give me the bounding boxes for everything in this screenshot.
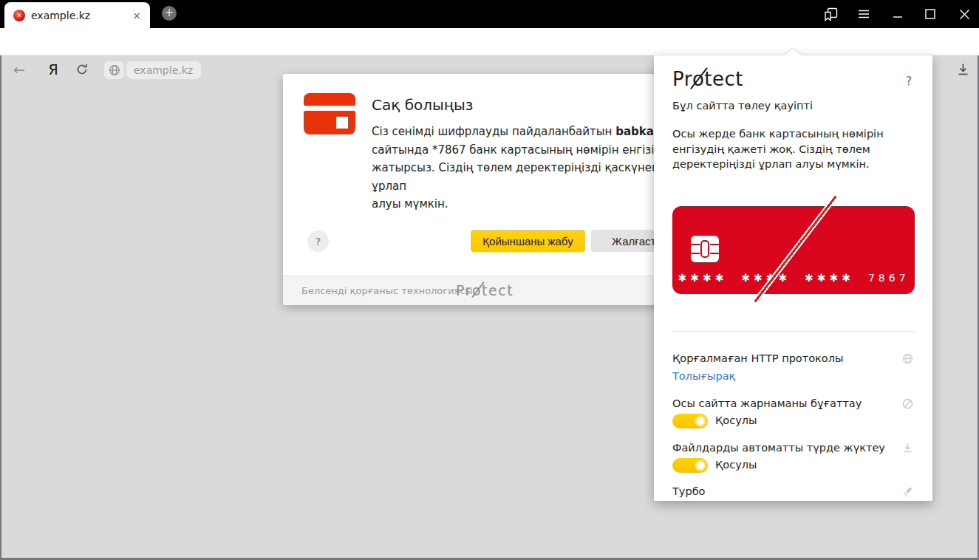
payment-warning-dialog: Сақ болыңыз Сіз сенімді шифрлауды пайдал… bbox=[283, 74, 709, 305]
block-ads-icon bbox=[902, 398, 913, 412]
turbo-label: Турбо bbox=[672, 485, 705, 497]
autodownload-toggle[interactable] bbox=[672, 458, 708, 473]
protect-panel-title: Protect bbox=[672, 68, 743, 90]
tab-example-kz[interactable]: ✕ example.kz × bbox=[4, 2, 150, 28]
yandex-home-button[interactable]: Я bbox=[44, 61, 62, 78]
site-globe-button[interactable] bbox=[104, 61, 124, 79]
panel-pointer-arrow bbox=[784, 49, 802, 55]
autodownload-state: Қосулы bbox=[715, 459, 757, 471]
protect-caption: Белсенді қорғаныс технологиясы bbox=[301, 276, 473, 305]
menu-icon[interactable] bbox=[851, 0, 876, 28]
tab-bar: ✕ example.kz × + bbox=[0, 0, 979, 28]
protect-panel: Protect ? Бұл сайтта төлеу қауіпті Осы ж… bbox=[654, 55, 932, 501]
adblock-state: Қосулы bbox=[715, 414, 757, 426]
panel-description: Осы жерде банк картасының нөмірін енгізу… bbox=[672, 126, 884, 172]
toolbar: ← Я example.kz Aә Төлеу қауіпті ★ Пікірл… bbox=[0, 28, 979, 55]
globe-icon bbox=[109, 64, 120, 76]
browser-window: ✕ example.kz × + ← Я example.kz bbox=[0, 0, 979, 560]
tab-close-icon[interactable]: × bbox=[131, 10, 143, 21]
panel-subtitle: Бұл сайтта төлеу қауіпті bbox=[672, 100, 813, 112]
panel-help-link[interactable]: ? bbox=[906, 75, 912, 88]
side-panels-icon[interactable] bbox=[818, 0, 843, 28]
dialog-footer: Белсенді қорғаныс технологиясы Protect bbox=[283, 276, 709, 305]
maximize-button[interactable] bbox=[918, 0, 943, 28]
more-details-link[interactable]: Толығырақ bbox=[672, 370, 735, 382]
turbo-rocket-icon bbox=[901, 486, 913, 501]
dialog-title: Сақ болыңыз bbox=[372, 96, 473, 114]
panel-divider bbox=[672, 331, 915, 332]
card-number: ✱✱✱✱ ✱✱✱✱ ✱✱✱✱ 7867 bbox=[672, 272, 915, 284]
globe-icon bbox=[902, 353, 913, 367]
auto-download-icon bbox=[902, 443, 913, 457]
window-frame bbox=[0, 55, 1, 560]
refresh-icon[interactable] bbox=[75, 63, 89, 76]
minimize-button[interactable] bbox=[885, 0, 910, 28]
error-favicon-icon: ✕ bbox=[13, 10, 25, 21]
address-bar[interactable]: example.kz bbox=[126, 61, 201, 79]
bank-card-icon bbox=[304, 93, 355, 134]
autodownload-label: Файлдарды автоматты түрде жүктеу bbox=[672, 442, 885, 454]
toolbar-separator bbox=[941, 63, 941, 77]
close-tab-button[interactable]: Қойыншаны жабу bbox=[471, 230, 585, 252]
downloads-icon[interactable] bbox=[956, 62, 970, 79]
adblock-label: Осы сайтта жарнаманы бұғаттау bbox=[672, 397, 862, 409]
close-button[interactable] bbox=[952, 0, 977, 28]
tab-title: example.kz bbox=[31, 10, 131, 21]
new-tab-button[interactable]: + bbox=[162, 6, 177, 21]
card-chip-icon bbox=[690, 234, 720, 267]
dialog-help-button[interactable]: ? bbox=[307, 231, 329, 252]
protect-logo: Protect bbox=[456, 282, 514, 298]
adblock-toggle[interactable] bbox=[672, 414, 708, 428]
back-button[interactable]: ← bbox=[10, 61, 28, 78]
http-protocol-label: Қорғалмаған HTTP протоколы bbox=[672, 352, 843, 364]
